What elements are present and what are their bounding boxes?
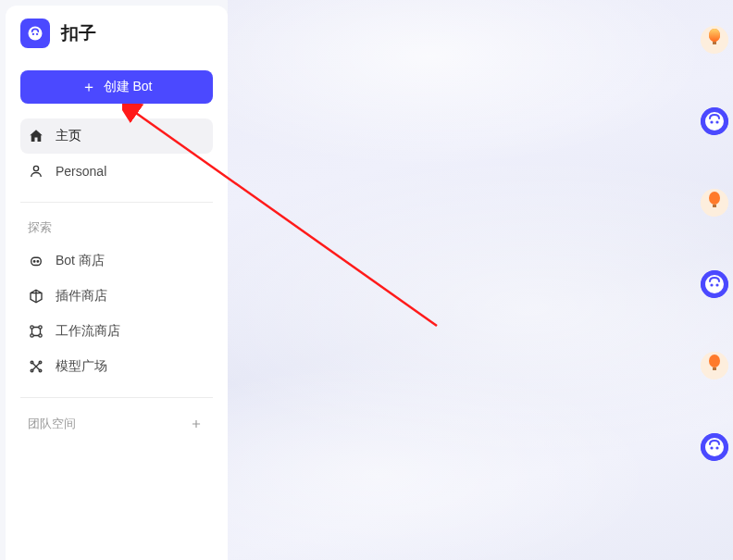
explore-nav: Bot 商店 插件商店 工作流商店 模型广场 — [20, 243, 213, 384]
sidebar-item-label: 模型广场 — [56, 358, 107, 375]
svg-point-6 — [37, 261, 39, 263]
svg-rect-25 — [713, 205, 716, 207]
svg-point-21 — [710, 120, 713, 123]
svg-point-29 — [715, 283, 718, 286]
svg-point-1 — [32, 33, 34, 35]
brand-name: 扣子 — [61, 21, 96, 45]
svg-point-28 — [710, 283, 713, 286]
svg-point-8 — [39, 326, 42, 329]
model-plaza-icon — [28, 358, 44, 375]
avatar-bot[interactable] — [701, 107, 728, 135]
person-icon — [28, 163, 44, 180]
svg-point-7 — [31, 326, 33, 329]
sidebar-item-label: Bot 商店 — [56, 253, 105, 269]
avatar-column — [696, 0, 733, 560]
svg-point-36 — [715, 446, 718, 449]
svg-point-9 — [31, 334, 33, 337]
svg-point-5 — [33, 261, 35, 263]
svg-point-24 — [709, 192, 720, 205]
sidebar-item-bot-store[interactable]: Bot 商店 — [20, 243, 213, 279]
home-icon — [28, 128, 44, 144]
svg-rect-32 — [713, 367, 716, 370]
sidebar-item-workflow-store[interactable]: 工作流商店 — [20, 314, 213, 349]
main-canvas — [228, 0, 733, 560]
svg-point-17 — [709, 29, 720, 42]
avatar-balloon[interactable] — [701, 352, 728, 380]
avatar-bot[interactable] — [701, 433, 728, 461]
brand: 扣子 — [20, 19, 213, 48]
sidebar-item-label: 插件商店 — [56, 288, 107, 305]
team-space-label: 团队空间 — [28, 416, 76, 432]
svg-point-31 — [709, 355, 720, 367]
brand-logo-icon — [20, 19, 50, 48]
svg-rect-18 — [713, 42, 716, 44]
create-bot-label: 创建 Bot — [104, 79, 153, 95]
team-space-row: 团队空间 — [20, 411, 213, 437]
avatar-balloon[interactable] — [701, 26, 728, 54]
sidebar-item-home[interactable]: 主页 — [20, 118, 213, 154]
plugin-store-icon — [28, 288, 44, 305]
sidebar-item-model-plaza[interactable]: 模型广场 — [20, 349, 213, 384]
sidebar-item-plugin-store[interactable]: 插件商店 — [20, 279, 213, 314]
plus-icon: ＋ — [81, 80, 96, 94]
bot-store-icon — [28, 253, 44, 269]
primary-nav: 主页 Personal — [20, 118, 213, 189]
sidebar-item-label: 主页 — [56, 128, 81, 144]
divider — [20, 202, 213, 203]
sidebar: 扣子 ＋ 创建 Bot 主页 Personal 探索 — [6, 6, 228, 560]
avatar-balloon[interactable] — [701, 189, 728, 217]
sidebar-item-personal[interactable]: Personal — [20, 154, 213, 189]
svg-point-35 — [710, 446, 713, 449]
sidebar-item-label: Personal — [56, 164, 106, 179]
svg-rect-4 — [31, 257, 42, 265]
svg-point-3 — [33, 166, 38, 170]
sidebar-item-label: 工作流商店 — [56, 323, 120, 340]
explore-section-label: 探索 — [20, 216, 213, 243]
avatar-bot[interactable] — [701, 270, 728, 298]
svg-point-2 — [36, 33, 38, 35]
svg-point-10 — [39, 334, 42, 337]
create-bot-button[interactable]: ＋ 创建 Bot — [20, 70, 213, 104]
workflow-store-icon — [28, 323, 44, 340]
divider — [20, 397, 213, 398]
add-team-button[interactable] — [187, 415, 205, 433]
svg-point-22 — [715, 120, 718, 123]
